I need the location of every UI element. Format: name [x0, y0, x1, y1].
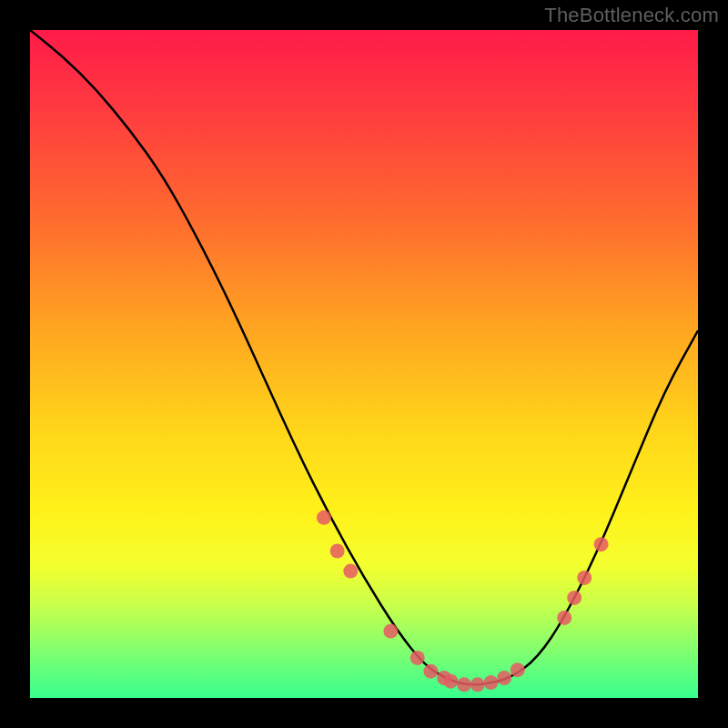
data-marker [577, 571, 592, 585]
data-marker [423, 664, 438, 679]
curve-line [30, 30, 698, 684]
data-marker [511, 662, 525, 677]
data-marker [443, 674, 458, 689]
watermark-text: TheBottleneck.com [544, 4, 719, 27]
data-marker [470, 677, 485, 692]
data-marker [567, 591, 581, 605]
data-marker [410, 651, 425, 665]
chart-frame: TheBottleneck.com [0, 0, 728, 728]
plot-area [30, 30, 698, 698]
data-marker [317, 511, 331, 525]
data-marker [383, 624, 398, 639]
data-marker [497, 671, 511, 685]
chart-svg [30, 30, 698, 698]
data-marker [594, 537, 609, 551]
data-marker [557, 611, 571, 625]
data-marker [330, 544, 345, 559]
data-marker [457, 677, 471, 692]
data-marker [343, 564, 358, 579]
data-marker [483, 675, 498, 690]
